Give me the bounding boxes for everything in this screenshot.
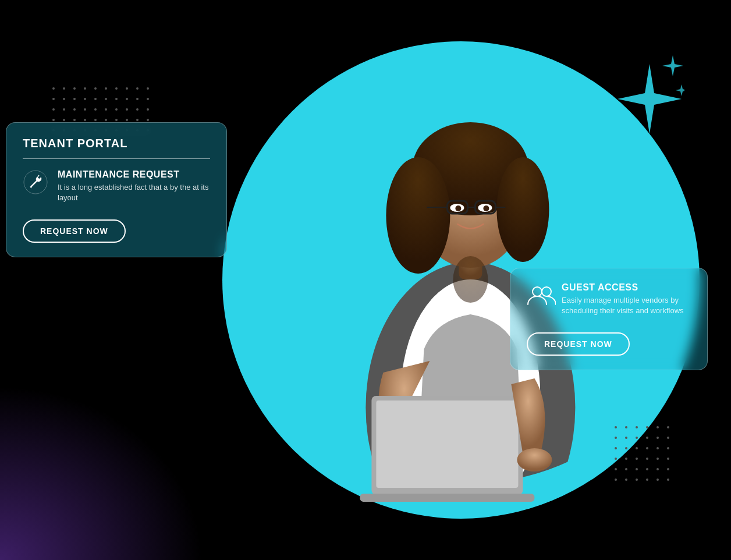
dot [94, 119, 97, 121]
svg-point-21 [483, 205, 489, 211]
dot [105, 87, 107, 90]
dot [63, 108, 65, 111]
dot [126, 108, 128, 111]
dot [73, 87, 76, 90]
dot [63, 87, 65, 90]
dot [84, 108, 86, 111]
dot [115, 108, 118, 111]
main-scene: // Will be generated dynamically below [0, 0, 731, 560]
dot [63, 119, 65, 121]
svg-point-23 [533, 287, 542, 296]
card-divider [23, 158, 210, 159]
svg-rect-15 [376, 400, 518, 488]
dot [63, 98, 65, 100]
dot [73, 98, 76, 100]
guest-access-card: GUEST ACCESS Easily manage multiple vend… [510, 268, 708, 370]
wrench-icon [23, 169, 48, 195]
dot [105, 119, 107, 121]
tenant-portal-card: TENANT PORTAL MAINTENANCE REQUEST It is … [6, 122, 227, 257]
dot [94, 98, 97, 100]
dot [105, 98, 107, 100]
dot [84, 87, 86, 90]
dot [105, 108, 107, 111]
svg-point-24 [542, 287, 551, 296]
dot [126, 98, 128, 100]
guest-request-button[interactable]: REQUEST NOW [527, 332, 630, 356]
guest-row: GUEST ACCESS Easily manage multiple vend… [527, 282, 691, 316]
dot [94, 108, 97, 111]
maintenance-heading: MAINTENANCE REQUEST [58, 169, 210, 180]
dot [52, 98, 55, 100]
dot [147, 119, 149, 121]
dot [84, 98, 86, 100]
dot [147, 87, 149, 90]
guest-content: GUEST ACCESS Easily manage multiple vend… [562, 282, 691, 316]
guest-desc: Easily manage multiple vendors by schedu… [562, 295, 691, 316]
dot [52, 108, 55, 111]
maintenance-desc: It is a long established fact that a by … [58, 182, 210, 203]
svg-point-20 [455, 205, 461, 211]
dot [136, 108, 139, 111]
dot [115, 98, 118, 100]
dot [136, 119, 139, 121]
dot [115, 119, 118, 121]
svg-point-7 [496, 157, 549, 262]
dot [136, 98, 139, 100]
dot [84, 119, 86, 121]
dot [147, 108, 149, 111]
dot [126, 87, 128, 90]
maintenance-request-button[interactable]: REQUEST NOW [23, 219, 126, 243]
purple-glow [0, 385, 204, 560]
maintenance-content: MAINTENANCE REQUEST It is a long establi… [58, 169, 210, 203]
users-icon [527, 282, 552, 308]
svg-point-8 [453, 256, 488, 303]
svg-point-17 [517, 448, 552, 472]
svg-rect-16 [360, 494, 534, 502]
dot [94, 87, 97, 90]
svg-point-6 [386, 157, 450, 274]
dot [73, 119, 76, 121]
dot [52, 119, 55, 121]
dot [126, 119, 128, 121]
dot [115, 87, 118, 90]
tenant-portal-title: TENANT PORTAL [23, 137, 210, 150]
guest-heading: GUEST ACCESS [562, 282, 691, 293]
dot [136, 87, 139, 90]
dot [147, 98, 149, 100]
sparkle-group [591, 52, 684, 148]
dot [52, 87, 55, 90]
maintenance-row: MAINTENANCE REQUEST It is a long establi… [23, 169, 210, 203]
dot [73, 108, 76, 111]
